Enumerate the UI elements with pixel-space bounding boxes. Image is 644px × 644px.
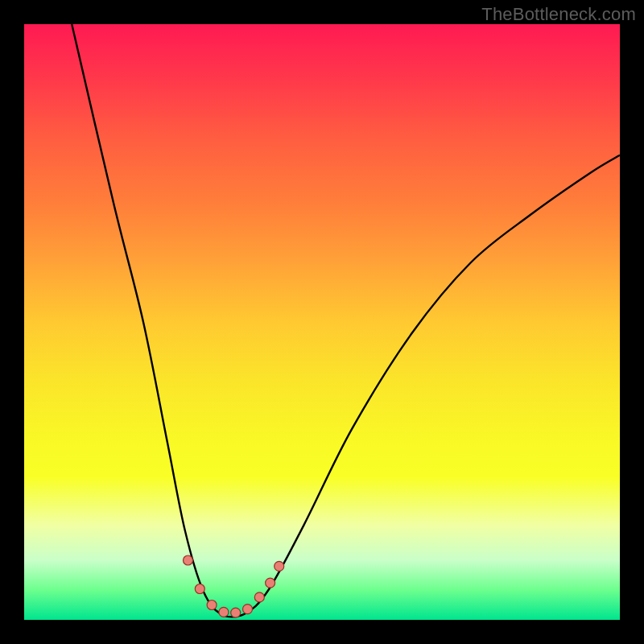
- data-marker: [254, 592, 264, 602]
- data-marker: [231, 608, 241, 617]
- data-marker: [275, 561, 284, 571]
- data-marker: [219, 607, 229, 617]
- data-marker: [207, 601, 217, 610]
- marker-layer: [184, 555, 284, 617]
- data-marker: [266, 578, 275, 588]
- data-marker: [195, 584, 204, 594]
- watermark-text: TheBottleneck.com: [481, 4, 636, 25]
- bottleneck-curve: [72, 24, 620, 617]
- plot-area: [24, 24, 620, 620]
- chart-svg: [24, 24, 620, 620]
- data-marker: [243, 605, 253, 614]
- curve-line: [72, 24, 620, 617]
- chart-frame: TheBottleneck.com: [0, 0, 644, 644]
- data-marker: [184, 555, 193, 565]
